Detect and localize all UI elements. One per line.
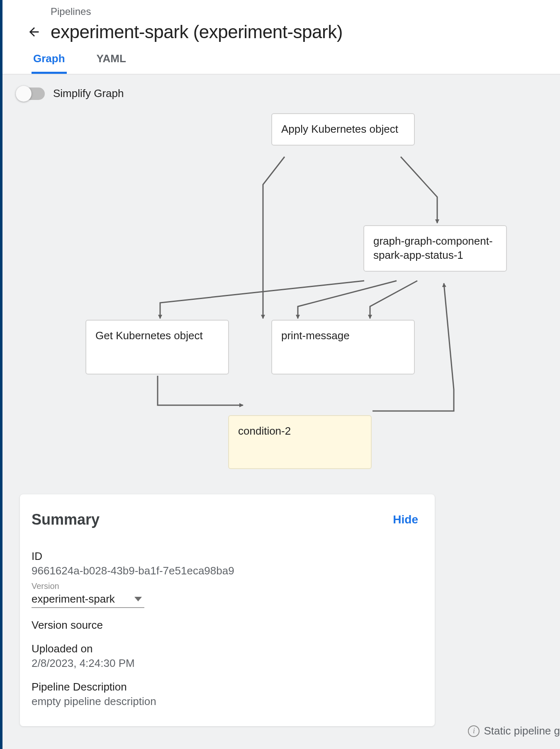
- summary-version-source-label: Version source: [32, 619, 418, 632]
- version-select-value: experiment-spark: [32, 593, 115, 606]
- node-get-kubernetes-object[interactable]: Get Kubernetes object: [85, 320, 229, 374]
- summary-uploaded-value: 2/8/2023, 4:24:30 PM: [32, 657, 418, 670]
- node-apply-kubernetes-object[interactable]: Apply Kubernetes object: [271, 113, 415, 146]
- breadcrumb[interactable]: Pipelines: [2, 6, 560, 20]
- graph-toolbar: Simplify Graph: [2, 75, 560, 100]
- summary-hide-button[interactable]: Hide: [393, 513, 418, 526]
- version-select[interactable]: experiment-spark: [32, 592, 144, 608]
- summary-uploaded-label: Uploaded on: [32, 642, 418, 655]
- page-header: Pipelines experiment-spark (experiment-s…: [2, 0, 560, 75]
- summary-id-value: 9661624a-b028-43b9-ba1f-7e51eca98ba9: [32, 564, 418, 577]
- footer-hint-text: Static pipeline g: [484, 725, 560, 737]
- node-print-message[interactable]: print-message: [271, 320, 415, 374]
- node-condition-2[interactable]: condition-2: [228, 415, 372, 469]
- graph-canvas[interactable]: Apply Kubernetes object graph-graph-comp…: [2, 100, 560, 457]
- tab-graph[interactable]: Graph: [32, 52, 67, 74]
- summary-description-label: Pipeline Description: [32, 681, 418, 693]
- tab-yaml[interactable]: YAML: [95, 52, 128, 74]
- tab-bar: Graph YAML: [2, 52, 560, 75]
- summary-panel: Summary Hide ID 9661624a-b028-43b9-ba1f-…: [20, 494, 435, 726]
- info-icon: i: [468, 725, 480, 737]
- title-row: experiment-spark (experiment-spark): [2, 20, 560, 52]
- arrow-left-icon: [27, 25, 41, 39]
- summary-id-label: ID: [32, 550, 418, 563]
- back-button[interactable]: [24, 22, 44, 42]
- summary-description-value: empty pipeline description: [32, 695, 418, 708]
- toggle-knob: [16, 86, 32, 102]
- footer-hint: i Static pipeline g: [468, 725, 560, 737]
- summary-title: Summary: [32, 511, 100, 528]
- graph-edges: [2, 100, 560, 457]
- summary-version-label: Version: [32, 581, 418, 591]
- node-spark-app-status[interactable]: graph-graph-component-spark-app-status-1: [363, 225, 507, 272]
- chevron-down-icon: [134, 597, 142, 601]
- simplify-graph-label: Simplify Graph: [53, 87, 124, 100]
- simplify-graph-toggle[interactable]: [17, 88, 45, 100]
- page-title: experiment-spark (experiment-spark): [51, 22, 343, 42]
